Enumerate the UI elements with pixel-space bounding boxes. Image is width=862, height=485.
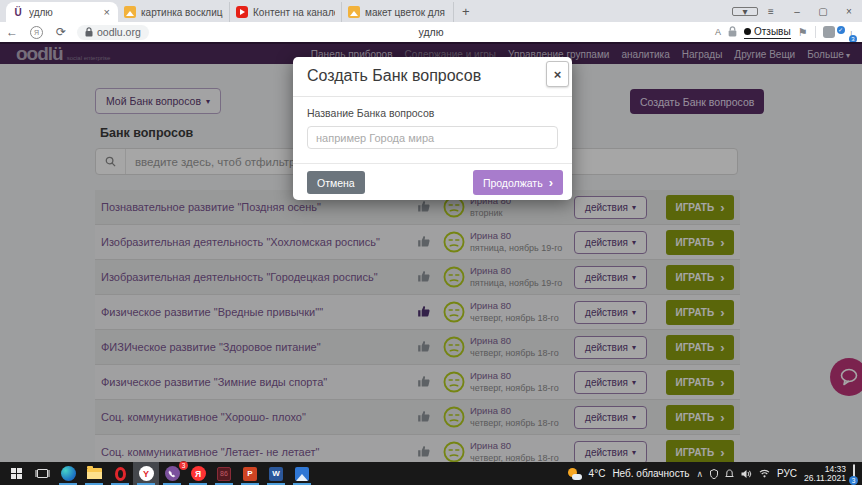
browser-tab[interactable]: Ü макет цветок для выр × [342, 2, 454, 22]
translate-icon[interactable]: A [715, 27, 721, 37]
tab-title: удлю [29, 7, 102, 18]
system-tray: 4°C Неб. облачность ∧ РУС 14:33 26.11.20… [568, 465, 859, 483]
modal-header: Создать Банк вопросов × [293, 57, 572, 97]
refresh-icon[interactable]: ⟳ [49, 25, 73, 39]
notification-center-button[interactable]: 3 [853, 465, 855, 483]
modal-title: Создать Банк вопросов [307, 67, 481, 84]
bank-name-label: Название Банка вопросов [307, 107, 558, 119]
start-button[interactable] [3, 462, 29, 485]
create-bank-modal: Создать Банк вопросов × Название Банка в… [293, 57, 572, 200]
protect-icon[interactable] [728, 23, 737, 41]
address-bar: удлю ← Я ⟳ oodlu.org A Отзывы ⚑ ✓ ↓3 [0, 22, 862, 42]
extension-icon[interactable] [823, 26, 835, 38]
back-icon[interactable]: ← [0, 25, 24, 39]
close-button[interactable]: × [836, 6, 862, 17]
browser-tab[interactable]: Ü удлю × [6, 2, 118, 22]
yandex-browser-icon[interactable]: Y [133, 462, 159, 485]
continue-label: Продолжать [483, 177, 543, 189]
panel-icon[interactable]: ≡ [758, 6, 784, 17]
network-icon[interactable] [759, 469, 770, 478]
speaker-icon[interactable] [741, 469, 752, 479]
continue-button[interactable]: Продолжать › [473, 170, 563, 195]
download-icon[interactable]: ↓3 [849, 23, 855, 41]
modal-close-button[interactable]: × [546, 61, 569, 87]
lock-icon [85, 27, 93, 37]
red-app-icon[interactable]: 86 [211, 462, 237, 485]
minimize-button[interactable]: – [784, 6, 810, 17]
yandex-app-icon[interactable]: Я [185, 462, 211, 485]
tab-title: картинка восклицательн [141, 7, 223, 18]
bookmark-flag-icon[interactable]: ⚑ [798, 26, 808, 39]
windows-taskbar: Y 3 Я 86 P W 4°C Неб. облачность ∧ [0, 462, 862, 485]
new-tab-button[interactable]: + [454, 2, 478, 22]
image-favicon [124, 6, 136, 18]
feedback-dot-icon [744, 28, 751, 35]
word-icon[interactable]: W [263, 462, 289, 485]
url-field[interactable]: oodlu.org [77, 25, 149, 40]
bank-name-input[interactable] [307, 126, 558, 149]
browser-tab[interactable]: Ü Контент на канале · YouT × [230, 2, 342, 22]
clock-date: 26.11.2021 [804, 474, 846, 483]
chevron-right-icon: › [549, 178, 553, 188]
oodlu-favicon: Ü [12, 6, 24, 18]
tab-title: Контент на канале · YouT [253, 7, 335, 18]
maximize-button[interactable]: ▢ [810, 6, 836, 17]
youtube-favicon [236, 6, 248, 18]
powerpoint-icon[interactable]: P [237, 462, 263, 485]
taskbar-clock[interactable]: 14:33 26.11.2021 [804, 465, 846, 483]
weather-desc[interactable]: Неб. облачность [612, 468, 689, 479]
opera-icon[interactable] [107, 462, 133, 485]
cancel-button[interactable]: Отмена [307, 171, 365, 194]
bell-icon[interactable] [725, 469, 734, 479]
edge-icon[interactable] [55, 462, 81, 485]
window-controls: ▾ ≡ – ▢ × [732, 0, 862, 22]
tab-close-icon[interactable]: × [102, 6, 112, 18]
modal-footer: Отмена Продолжать › [293, 163, 572, 200]
viber-icon[interactable]: 3 [159, 462, 185, 485]
divider [815, 26, 816, 38]
language-indicator[interactable]: РУС [777, 468, 797, 479]
tray-expand-icon[interactable]: ∧ [696, 469, 703, 479]
modal-body: Название Банка вопросов [293, 97, 572, 149]
tab-title: макет цветок для выр [365, 7, 447, 18]
feedback-button[interactable]: Отзывы [744, 26, 791, 39]
screen: + Ü удлю × Ü картинка восклицательн × Ü … [0, 0, 862, 485]
yandex-circle-icon[interactable]: Я [30, 26, 43, 39]
browser-tab[interactable]: Ü картинка восклицательн × [118, 2, 230, 22]
notification-badge: 3 [849, 476, 858, 485]
feedback-label: Отзывы [754, 26, 791, 37]
photos-icon[interactable] [289, 462, 315, 485]
task-view-button[interactable] [29, 462, 55, 485]
page-viewport: oodlü social enterprise Панель приборовС… [0, 42, 862, 462]
url-text: oodlu.org [97, 26, 141, 38]
weather-icon[interactable] [568, 468, 582, 480]
image-favicon [348, 6, 360, 18]
tab-search-icon[interactable]: ▾ [732, 6, 758, 17]
weather-temp[interactable]: 4°C [589, 468, 606, 479]
shield-icon[interactable] [710, 469, 718, 479]
file-explorer-icon[interactable] [81, 462, 107, 485]
browser-tab-strip: + Ü удлю × Ü картинка восклицательн × Ü … [0, 0, 862, 22]
